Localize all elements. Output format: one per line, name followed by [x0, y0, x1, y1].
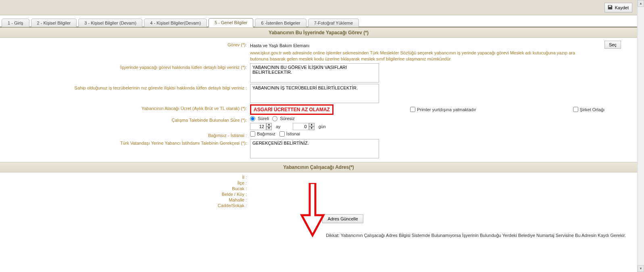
mahalle-label: Mahalle :	[4, 197, 250, 202]
primler-checkbox[interactable]	[410, 107, 415, 112]
bagimsiz-row-label: Bağımsız - İstisnai :	[4, 131, 250, 138]
adres-guncelle-button[interactable]: Adres Güncelle	[322, 214, 363, 223]
bagimsiz-checkbox[interactable]	[250, 131, 255, 137]
ucret-label: Yabancının Alacağı Ücret (Aylık Brüt ve …	[4, 104, 250, 111]
ay-down-button[interactable]: ▼	[266, 127, 272, 130]
gorev-label: Görev (*):	[4, 41, 250, 47]
cadde-label: Cadde/Sokak :	[4, 203, 250, 208]
form-adres-area: İl : İlçe : Bucak : Belde / Köy : Mahall…	[0, 172, 637, 243]
sec-button[interactable]: Seç	[604, 41, 621, 49]
tecrube-label: Sahip olduğunuz iş tecrübelerinin nız gö…	[4, 84, 250, 90]
il-label: İl :	[4, 175, 250, 180]
gerekce-label: Türk Vatandaşı Yerine Yabancı İstihdamı …	[4, 139, 250, 145]
tab-6-istenilen-belgeler[interactable]: 6 -İstenilen Belgeler	[255, 19, 306, 27]
ay-up-button[interactable]: ▲	[266, 123, 272, 127]
tecrube-textarea[interactable]	[250, 84, 379, 103]
suresiz-radio[interactable]	[272, 116, 277, 121]
sure-label: Çalışma Talebinde Bulunulan Süre (*):	[4, 116, 250, 123]
save-button[interactable]: Kaydet	[604, 3, 632, 12]
adres-warning-text: Dikkat: Yabancının Çalışacağı Adres Bilg…	[4, 226, 633, 241]
ay-input[interactable]	[250, 123, 266, 130]
gorev-value: Hasta ve Yaşlı Bakım Elemanı	[250, 42, 310, 48]
sirket-ortagi-label: Şirket Ortağı	[580, 107, 605, 112]
gun-up-button[interactable]: ▲	[309, 123, 315, 127]
suresiz-label: Süresiz	[280, 116, 295, 121]
sureli-radio[interactable]	[250, 116, 255, 121]
section-header-adres: Yabancının Çalışacağı Adres(*)	[0, 162, 637, 172]
tab-3-kisisel-devam[interactable]: 3 - Kişisel Bilgiler (Devam)	[78, 19, 142, 27]
save-floppy-icon	[607, 4, 613, 11]
tab-1-giris[interactable]: 1 - Giriş	[2, 19, 29, 27]
belde-label: Belde / Köy :	[4, 192, 250, 197]
gerekce-textarea[interactable]	[250, 139, 379, 158]
tab-4-kisisel-devam[interactable]: 4 - Kişisel Bilgiler(Devam)	[144, 19, 207, 27]
sureli-label: Süreli	[258, 116, 269, 121]
save-button-label: Kaydet	[615, 5, 629, 10]
scroll-up-button[interactable]: ▲	[638, 0, 644, 7]
gun-down-button[interactable]: ▼	[309, 127, 315, 130]
section-header-gorev: Yabancının Bu İşyerinde Yapacağı Görev (…	[0, 27, 637, 38]
tab-bar: 1 - Giriş 2 - Kişisel Bilgiler 3 - Kişis…	[0, 15, 637, 27]
top-toolbar: Kaydet	[0, 0, 637, 15]
ucret-warning-box: ASGARİ ÜCRETTEN AZ OLAMAZ	[250, 104, 333, 115]
detay-label: İşyerinde yapacağı görevi hakkında lütfe…	[4, 63, 250, 70]
tab-2-kisisel[interactable]: 2 - Kişisel Bilgiler	[31, 19, 77, 27]
istisnai-checkbox[interactable]	[279, 131, 285, 137]
ay-unit-label: ay	[276, 124, 281, 129]
bucak-label: Bucak :	[4, 186, 250, 191]
gun-input[interactable]	[293, 123, 309, 130]
vertical-scrollbar[interactable]: ▲ ▼	[637, 0, 644, 243]
gorev-hint: www.işkur.gov.tr web adresinde online iş…	[250, 50, 581, 62]
bagimsiz-label: Bağımsız	[257, 131, 275, 136]
detay-textarea[interactable]	[250, 63, 379, 83]
tab-5-genel-bilgiler[interactable]: 5 - Genel Bilgiler	[208, 18, 253, 27]
tab-7-fotograf[interactable]: 7-Fotoğraf Yükleme	[308, 19, 359, 27]
istisnai-label: İstisnai	[286, 131, 300, 136]
primler-label: Primler yurtdışına yatmaktadır	[417, 107, 476, 112]
gun-unit-label: gün	[319, 124, 326, 129]
sirket-ortagi-checkbox[interactable]	[573, 107, 578, 112]
ilce-label: İlçe :	[4, 181, 250, 185]
form-gorev-area: Görev (*): Hasta ve Yaşlı Bakım Elemanı …	[0, 38, 637, 162]
